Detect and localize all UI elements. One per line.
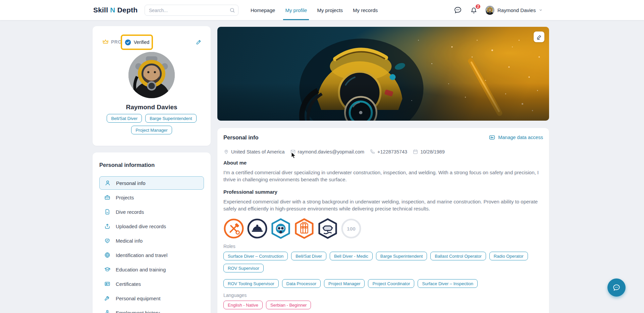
user-avatar [485, 6, 494, 15]
section-title: Personal info [223, 134, 259, 141]
user-menu[interactable]: Raymond Davies [485, 6, 543, 15]
location-item: United States of America [223, 149, 285, 154]
role-chip: Surface Diver – Inspection [418, 279, 477, 288]
role-chip: Surface Diver – Construction [223, 252, 288, 260]
profile-tags: Bell/Sat Diver Barge Superintendent Proj… [93, 114, 211, 134]
personal-info-panel: Personal info Manage data access United … [217, 128, 549, 313]
location-pin-icon [223, 149, 229, 154]
heart-pulse-icon [104, 237, 111, 244]
role-chip: Barge Superintendent [376, 252, 427, 260]
nav-my-profile[interactable]: My profile [285, 0, 307, 20]
email-icon [290, 149, 296, 154]
sidebar-item-dive-records[interactable]: Dive records [99, 205, 204, 218]
nav-my-records[interactable]: My records [353, 0, 378, 20]
professional-summary-title: Professional summary [223, 189, 543, 195]
edit-profile-icon[interactable] [196, 39, 202, 45]
role-chip: ROV Tooling Supervisor [223, 279, 279, 288]
user-icon [104, 180, 111, 186]
role-chip: Data Processor [282, 279, 321, 288]
notifications-bell-icon[interactable]: 2 [470, 6, 478, 14]
top-navbar: Skill N Depth Homepage My profile My pro… [0, 0, 644, 20]
contact-info-row: United States of America raymond.davies@… [223, 149, 543, 154]
search-icon [229, 7, 235, 13]
sidebar-item-medical-info[interactable]: Medical info [99, 234, 204, 247]
navbar-right: 2 Raymond Davies [453, 0, 543, 20]
sidebar-item-employment-history[interactable]: Employment history [99, 306, 204, 313]
language-chip: English - Native [223, 301, 263, 309]
snorkel-mask-badge-icon [317, 218, 338, 239]
search-input[interactable] [145, 5, 238, 16]
role-chip: ROV Supervisor [223, 264, 264, 272]
professional-summary-text: Experienced commercial diver with a stro… [223, 198, 543, 212]
manage-data-access-link[interactable]: Manage data access [489, 134, 543, 141]
crown-icon [102, 38, 109, 45]
sidebar-item-projects[interactable]: Projects [99, 191, 204, 204]
role-chip: Project Coordinator [368, 279, 414, 288]
sidebar-item-uploaded-dive-records[interactable]: Uploaded dive records [99, 220, 204, 233]
pro-badge: PRO [102, 38, 122, 45]
verified-label: Verified [134, 40, 150, 45]
chat-fab-button[interactable] [607, 278, 626, 297]
language-chips: English - Native Serbian - Beginner [223, 301, 543, 309]
chevron-down-icon [539, 8, 543, 12]
chat-bubble-icon [612, 283, 621, 292]
birth-date-item: 10/28/1989 [413, 149, 445, 154]
about-me-text: I'm a certified commercial diver special… [223, 169, 543, 183]
graduation-cap-icon [104, 266, 111, 273]
profile-tag: Bell/Sat Diver [107, 114, 142, 123]
score-badge-icon: 100 [341, 218, 362, 239]
profile-tag: Project Manager [131, 126, 172, 134]
profile-name: Raymond Davies [93, 104, 211, 111]
user-name: Raymond Davies [497, 7, 536, 13]
role-chip: Radio Operator [489, 252, 528, 260]
profile-summary-card: PRO Verified Raymond Davies Bell/Sat Div… [93, 26, 211, 146]
verified-badge-highlight: Verified [121, 35, 153, 50]
sidebar-item-education-training[interactable]: Education and training [99, 263, 204, 276]
main-nav: Homepage My profile My projects My recor… [251, 0, 378, 20]
app-logo[interactable]: Skill N Depth [93, 6, 138, 14]
personal-information-menu: Personal information Personal info Proje… [93, 152, 211, 313]
achievement-badges: 100 [223, 218, 543, 239]
id-badge-icon [104, 309, 111, 313]
messages-icon[interactable] [453, 6, 462, 14]
search-box [145, 5, 238, 16]
verified-icon [124, 39, 131, 46]
dive-mask-badge-icon [270, 218, 291, 239]
sidebar-item-certificates[interactable]: Certificates [99, 277, 204, 291]
diving-bell-badge-icon [294, 218, 315, 239]
nav-my-projects[interactable]: My projects [317, 0, 343, 20]
svg-text:100: 100 [347, 226, 356, 232]
languages-label: Languages [223, 293, 543, 298]
sidebar-item-personal-info[interactable]: Personal info [99, 176, 204, 190]
hard-hat-badge-icon [247, 218, 268, 239]
cover-photo-image [217, 27, 549, 121]
phone-icon [370, 149, 375, 154]
cover-photo [217, 27, 549, 121]
certificate-icon [104, 280, 111, 287]
role-chip: Bell Diver - Medic [330, 252, 373, 260]
role-chip: Project Manager [324, 279, 365, 288]
notification-count-badge: 2 [475, 4, 481, 9]
pro-label: PRO [111, 39, 122, 45]
pencil-icon [536, 34, 542, 40]
email-item: raymond.davies@yopmail.com [290, 149, 364, 154]
roles-label: Roles [223, 244, 543, 249]
key-icon [489, 134, 495, 141]
sidebar-item-personal-equipment[interactable]: Personal equipment [99, 292, 204, 305]
roles-chips: Surface Diver – Construction Bell/Sat Di… [223, 252, 543, 288]
briefcase-icon [104, 194, 111, 201]
role-chip: Ballast Control Operator [430, 252, 486, 260]
profile-avatar [128, 52, 175, 98]
document-icon [104, 208, 111, 215]
calendar-icon [413, 149, 418, 154]
menu-title: Personal information [99, 162, 204, 168]
tools-badge-icon [223, 218, 244, 239]
phone-item: +1228735743 [370, 149, 407, 154]
upload-icon [104, 223, 111, 230]
nav-homepage[interactable]: Homepage [251, 0, 275, 20]
sidebar-item-identification-travel[interactable]: Identification and travel [99, 248, 204, 262]
edit-cover-button[interactable] [534, 32, 544, 42]
role-chip: Bell/Sat Diver [291, 252, 326, 260]
profile-tag: Barge Superintendent [145, 114, 196, 123]
globe-icon [104, 252, 111, 258]
